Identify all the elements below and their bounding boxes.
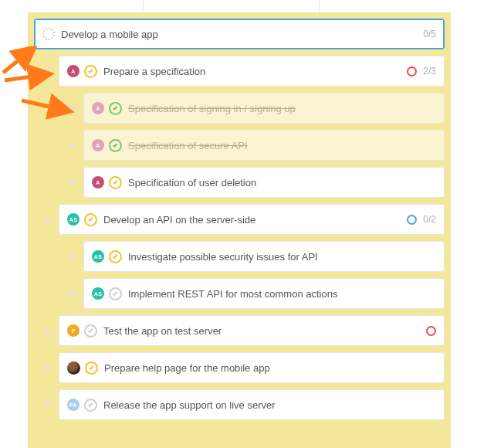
task-tree: Develop a mobile app 0/5 APrepare a spec… (28, 12, 451, 448)
tree-bullet-icon (46, 69, 50, 73)
task-meta: 0/5 (423, 29, 436, 39)
task-row[interactable]: ASpecification of signing in / signing u… (83, 93, 445, 124)
task-row[interactable]: ASDevelop an API on the server-side0/2 (59, 204, 445, 235)
task-row[interactable]: ASInvestigate possible security issues f… (83, 241, 445, 272)
task-title: Prepare help page for the mobile app (104, 362, 436, 374)
ruler-line (143, 0, 144, 12)
task-title: Specification of signing in / signing up (128, 103, 436, 114)
assignee-badge: AS (92, 287, 104, 300)
task-meta (426, 326, 436, 336)
status-check-icon[interactable] (109, 176, 122, 189)
task-meta: 2/3 (407, 66, 436, 76)
status-check-icon[interactable] (84, 324, 97, 338)
task-row[interactable]: Prepare help page for the mobile app (59, 352, 445, 383)
status-check-icon[interactable] (84, 399, 97, 412)
task-meta: 0/2 (407, 214, 436, 225)
task-title: Specification of user deletion (128, 177, 436, 188)
tree-bullet-icon (46, 365, 50, 370)
tree-bullet-icon (70, 291, 75, 296)
tree-bullet-icon (70, 180, 75, 185)
assignee-badge: P (67, 324, 80, 337)
subtask-count: 0/2 (423, 214, 436, 225)
task-title: Investigate possible security issues for… (128, 251, 436, 263)
task-title: Prepare a specification (103, 66, 407, 77)
status-check-icon[interactable] (84, 213, 97, 226)
progress-spinner-icon (42, 28, 55, 40)
task-row[interactable]: ASImplement REST API for most common act… (83, 278, 445, 309)
tree-bullet-icon (46, 328, 50, 333)
task-row[interactable]: PTest the app on test server (59, 315, 445, 346)
task-row[interactable]: APrepare a specification2/3 (59, 56, 445, 87)
task-row[interactable]: ASpecification of secure API (83, 130, 445, 161)
task-title: Release the app support on live server (103, 399, 436, 411)
assignee-avatar (67, 361, 80, 375)
task-title: Develop an API on the server-side (103, 214, 407, 226)
status-check-icon[interactable] (84, 65, 97, 78)
task-root[interactable]: Develop a mobile app 0/5 (34, 19, 445, 49)
assignee-badge: A (67, 65, 80, 77)
task-title: Test the app on test server (103, 325, 426, 337)
task-title: Develop a mobile app (61, 29, 423, 40)
task-row[interactable]: PARelease the app support on live server (59, 389, 445, 420)
status-check-icon[interactable] (109, 139, 122, 152)
tree-bullet-icon (70, 143, 75, 148)
ruler-line (319, 0, 320, 12)
tree-bullet-icon (46, 217, 50, 222)
subtask-count: 2/3 (423, 66, 436, 76)
assignee-badge: A (92, 139, 104, 151)
status-check-icon[interactable] (109, 102, 122, 115)
assignee-badge: AS (92, 250, 104, 263)
status-check-icon[interactable] (85, 361, 98, 375)
assignee-badge: PA (67, 399, 80, 411)
priority-ring-icon (407, 215, 417, 225)
task-row[interactable]: ASpecification of user deletion (83, 167, 445, 198)
tree-bullet-icon (70, 106, 75, 110)
status-check-icon[interactable] (109, 250, 122, 263)
priority-ring-icon (426, 326, 436, 336)
priority-ring-icon (407, 66, 417, 76)
subtask-count: 0/5 (423, 29, 436, 39)
task-title: Implement REST API for most common actio… (128, 288, 436, 300)
assignee-badge: A (92, 176, 104, 188)
task-title: Specification of secure API (128, 140, 436, 151)
status-check-icon[interactable] (109, 287, 122, 300)
tree-bullet-icon (46, 402, 50, 407)
assignee-badge: A (92, 102, 104, 114)
assignee-badge: AS (67, 213, 80, 226)
tree-bullet-icon (70, 254, 75, 259)
